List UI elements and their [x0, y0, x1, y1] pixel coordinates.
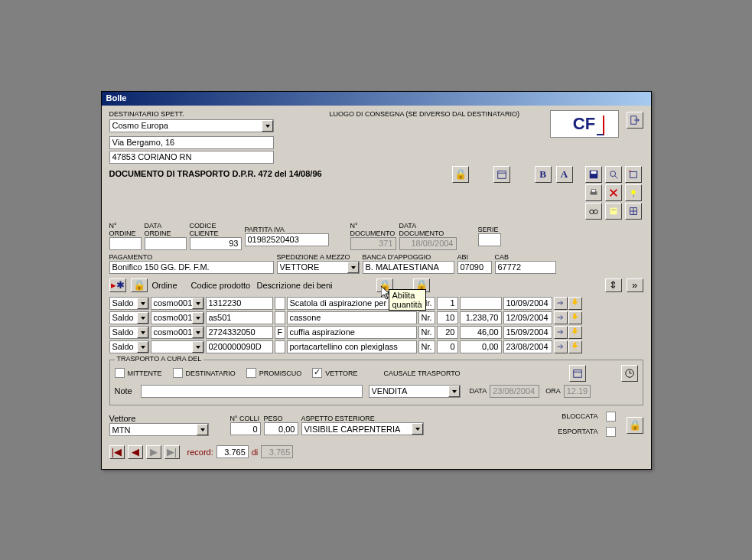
qty-cell[interactable]: [437, 297, 458, 310]
price-cell[interactable]: [460, 326, 502, 339]
esportata-checkbox[interactable]: [606, 427, 616, 437]
chevron-down-icon[interactable]: [262, 120, 273, 132]
add-date-button[interactable]: *: [625, 166, 642, 183]
chevron-down-icon[interactable]: [137, 341, 148, 353]
vettore-input[interactable]: [109, 423, 209, 436]
descrizione-cell[interactable]: [287, 326, 417, 339]
nav-prev-button[interactable]: ◀: [128, 445, 143, 459]
codice-cell[interactable]: [206, 311, 273, 324]
row-edit-button[interactable]: [554, 340, 568, 353]
peso-input[interactable]: [264, 422, 298, 435]
destinatario-input[interactable]: [109, 119, 274, 132]
chevron-down-icon[interactable]: [192, 312, 203, 324]
aspetto-input[interactable]: [301, 422, 424, 435]
row-edit-button[interactable]: [554, 326, 568, 339]
row-delete-button[interactable]: [568, 311, 582, 324]
dataordine-input[interactable]: [145, 237, 187, 250]
tip-button[interactable]: [625, 184, 642, 201]
qty-cell[interactable]: [437, 326, 458, 339]
chevron-down-icon[interactable]: [197, 424, 208, 435]
cliente-combo[interactable]: [151, 340, 204, 353]
destinatario-combo[interactable]: [109, 119, 274, 132]
serie-input[interactable]: [478, 233, 501, 246]
price-cell[interactable]: [460, 340, 502, 353]
save-button[interactable]: [585, 166, 602, 183]
date-cell[interactable]: [503, 340, 552, 353]
flag-cell[interactable]: [275, 326, 285, 339]
nav-first-button[interactable]: |◀: [109, 445, 125, 459]
calendar-button-2[interactable]: [569, 365, 586, 382]
qty-cell[interactable]: [437, 311, 458, 324]
chevron-down-icon[interactable]: [192, 341, 203, 353]
codice-cell[interactable]: [206, 297, 273, 310]
abi-input[interactable]: [457, 261, 492, 274]
clock-button[interactable]: [621, 365, 638, 382]
codicecliente-input[interactable]: [190, 237, 242, 250]
unit-cell[interactable]: [418, 340, 435, 353]
address-input[interactable]: [109, 136, 274, 149]
bold-b-button[interactable]: B: [535, 166, 552, 183]
lock-rows-button[interactable]: 🔒: [131, 278, 148, 292]
descrizione-cell[interactable]: [287, 311, 417, 324]
vettore-combo[interactable]: [109, 423, 209, 436]
new-row-button[interactable]: ▸✱: [109, 278, 126, 292]
price-cell[interactable]: [460, 311, 502, 324]
causale-input[interactable]: [369, 385, 461, 398]
delete-button[interactable]: [605, 184, 622, 201]
chevron-down-icon[interactable]: [137, 312, 148, 324]
row-delete-button[interactable]: [568, 340, 582, 353]
ordine-combo[interactable]: [109, 311, 149, 324]
chevron-down-icon[interactable]: [137, 298, 148, 309]
row-edit-button[interactable]: [554, 311, 568, 324]
cliente-combo[interactable]: [151, 326, 204, 339]
bloccata-checkbox[interactable]: [606, 412, 616, 422]
note-button[interactable]: [605, 203, 622, 220]
exit-button[interactable]: [627, 112, 643, 129]
flag-cell[interactable]: [275, 340, 285, 353]
cliente-combo[interactable]: [151, 297, 204, 310]
print-button[interactable]: [585, 184, 602, 201]
aspetto-combo[interactable]: [301, 422, 424, 435]
bold-a-button[interactable]: A: [556, 166, 573, 183]
nav-next-button[interactable]: ▶: [146, 445, 161, 459]
pagamento-input[interactable]: [109, 261, 274, 274]
flag-cell[interactable]: [275, 311, 285, 324]
qty-cell[interactable]: [437, 340, 458, 353]
ordine-combo[interactable]: [109, 340, 149, 353]
flag-cell[interactable]: [275, 297, 285, 310]
lock-button-1[interactable]: 🔒: [452, 166, 469, 183]
ordine-combo[interactable]: [109, 297, 149, 310]
partitaiva-input[interactable]: [245, 233, 329, 246]
codice-cell[interactable]: [206, 340, 273, 353]
record-current[interactable]: [216, 445, 249, 458]
date-cell[interactable]: [503, 326, 552, 339]
calendar-button[interactable]: [493, 166, 510, 183]
chevron-down-icon[interactable]: [347, 262, 359, 273]
city-input[interactable]: [109, 151, 274, 164]
destinatario-checkbox[interactable]: [173, 368, 183, 378]
next-page-button[interactable]: »: [627, 278, 643, 292]
grid-button[interactable]: [625, 203, 642, 220]
ordine-combo[interactable]: [109, 326, 149, 339]
cliente-combo[interactable]: [151, 311, 204, 324]
row-delete-button[interactable]: [568, 297, 582, 310]
banca-input[interactable]: [363, 261, 454, 274]
unit-cell[interactable]: [418, 311, 435, 324]
lock-button-2[interactable]: 🔒: [627, 417, 643, 434]
nordine-input[interactable]: [109, 237, 142, 250]
codice-cell[interactable]: [206, 326, 273, 339]
find-button[interactable]: [585, 203, 602, 220]
promiscuo-checkbox[interactable]: [246, 368, 256, 378]
preview-button[interactable]: [605, 166, 622, 183]
mittente-checkbox[interactable]: [115, 368, 125, 378]
date-cell[interactable]: [503, 311, 552, 324]
chevron-down-icon[interactable]: [137, 327, 148, 338]
unit-cell[interactable]: [418, 326, 435, 339]
ncolli-input[interactable]: [230, 422, 261, 435]
chevron-down-icon[interactable]: [412, 423, 423, 435]
chevron-down-icon[interactable]: [448, 386, 460, 397]
spedizione-combo[interactable]: [277, 261, 360, 274]
expand-button[interactable]: ⇕: [605, 278, 622, 292]
descrizione-cell[interactable]: [287, 340, 417, 353]
note-input[interactable]: [141, 385, 363, 398]
